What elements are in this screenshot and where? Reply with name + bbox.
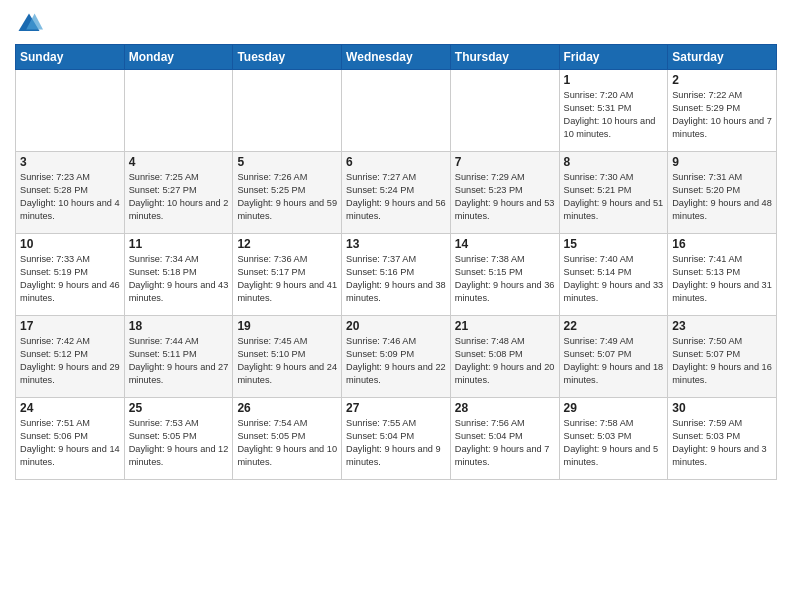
- calendar-table: SundayMondayTuesdayWednesdayThursdayFrid…: [15, 44, 777, 480]
- day-info: Sunrise: 7:23 AM Sunset: 5:28 PM Dayligh…: [20, 171, 120, 223]
- day-info: Sunrise: 7:46 AM Sunset: 5:09 PM Dayligh…: [346, 335, 446, 387]
- day-number: 16: [672, 237, 772, 251]
- day-number: 8: [564, 155, 664, 169]
- day-info: Sunrise: 7:38 AM Sunset: 5:15 PM Dayligh…: [455, 253, 555, 305]
- day-cell: [124, 70, 233, 152]
- day-number: 10: [20, 237, 120, 251]
- day-info: Sunrise: 7:50 AM Sunset: 5:07 PM Dayligh…: [672, 335, 772, 387]
- day-number: 25: [129, 401, 229, 415]
- day-info: Sunrise: 7:40 AM Sunset: 5:14 PM Dayligh…: [564, 253, 664, 305]
- day-number: 18: [129, 319, 229, 333]
- day-cell: [16, 70, 125, 152]
- day-cell: 6Sunrise: 7:27 AM Sunset: 5:24 PM Daylig…: [342, 152, 451, 234]
- day-info: Sunrise: 7:27 AM Sunset: 5:24 PM Dayligh…: [346, 171, 446, 223]
- weekday-header-friday: Friday: [559, 45, 668, 70]
- day-number: 1: [564, 73, 664, 87]
- day-number: 3: [20, 155, 120, 169]
- day-number: 2: [672, 73, 772, 87]
- logo: [15, 10, 47, 38]
- day-number: 22: [564, 319, 664, 333]
- day-cell: 24Sunrise: 7:51 AM Sunset: 5:06 PM Dayli…: [16, 398, 125, 480]
- day-cell: 28Sunrise: 7:56 AM Sunset: 5:04 PM Dayli…: [450, 398, 559, 480]
- day-info: Sunrise: 7:49 AM Sunset: 5:07 PM Dayligh…: [564, 335, 664, 387]
- day-number: 21: [455, 319, 555, 333]
- day-number: 24: [20, 401, 120, 415]
- day-cell: 22Sunrise: 7:49 AM Sunset: 5:07 PM Dayli…: [559, 316, 668, 398]
- day-cell: 10Sunrise: 7:33 AM Sunset: 5:19 PM Dayli…: [16, 234, 125, 316]
- day-info: Sunrise: 7:51 AM Sunset: 5:06 PM Dayligh…: [20, 417, 120, 469]
- day-info: Sunrise: 7:34 AM Sunset: 5:18 PM Dayligh…: [129, 253, 229, 305]
- day-info: Sunrise: 7:42 AM Sunset: 5:12 PM Dayligh…: [20, 335, 120, 387]
- day-cell: 17Sunrise: 7:42 AM Sunset: 5:12 PM Dayli…: [16, 316, 125, 398]
- day-info: Sunrise: 7:53 AM Sunset: 5:05 PM Dayligh…: [129, 417, 229, 469]
- day-number: 26: [237, 401, 337, 415]
- day-cell: 4Sunrise: 7:25 AM Sunset: 5:27 PM Daylig…: [124, 152, 233, 234]
- day-info: Sunrise: 7:44 AM Sunset: 5:11 PM Dayligh…: [129, 335, 229, 387]
- day-info: Sunrise: 7:30 AM Sunset: 5:21 PM Dayligh…: [564, 171, 664, 223]
- day-cell: 21Sunrise: 7:48 AM Sunset: 5:08 PM Dayli…: [450, 316, 559, 398]
- day-info: Sunrise: 7:36 AM Sunset: 5:17 PM Dayligh…: [237, 253, 337, 305]
- day-cell: 19Sunrise: 7:45 AM Sunset: 5:10 PM Dayli…: [233, 316, 342, 398]
- weekday-header-sunday: Sunday: [16, 45, 125, 70]
- day-number: 7: [455, 155, 555, 169]
- calendar-container: SundayMondayTuesdayWednesdayThursdayFrid…: [0, 0, 792, 490]
- day-cell: [233, 70, 342, 152]
- day-info: Sunrise: 7:55 AM Sunset: 5:04 PM Dayligh…: [346, 417, 446, 469]
- day-number: 12: [237, 237, 337, 251]
- weekday-header-saturday: Saturday: [668, 45, 777, 70]
- weekday-header-tuesday: Tuesday: [233, 45, 342, 70]
- day-info: Sunrise: 7:33 AM Sunset: 5:19 PM Dayligh…: [20, 253, 120, 305]
- day-number: 6: [346, 155, 446, 169]
- weekday-header-row: SundayMondayTuesdayWednesdayThursdayFrid…: [16, 45, 777, 70]
- day-info: Sunrise: 7:20 AM Sunset: 5:31 PM Dayligh…: [564, 89, 664, 141]
- day-info: Sunrise: 7:41 AM Sunset: 5:13 PM Dayligh…: [672, 253, 772, 305]
- day-number: 17: [20, 319, 120, 333]
- day-number: 13: [346, 237, 446, 251]
- weekday-header-wednesday: Wednesday: [342, 45, 451, 70]
- day-info: Sunrise: 7:29 AM Sunset: 5:23 PM Dayligh…: [455, 171, 555, 223]
- day-cell: [450, 70, 559, 152]
- week-row-4: 17Sunrise: 7:42 AM Sunset: 5:12 PM Dayli…: [16, 316, 777, 398]
- day-number: 28: [455, 401, 555, 415]
- day-cell: 3Sunrise: 7:23 AM Sunset: 5:28 PM Daylig…: [16, 152, 125, 234]
- day-cell: 25Sunrise: 7:53 AM Sunset: 5:05 PM Dayli…: [124, 398, 233, 480]
- day-info: Sunrise: 7:45 AM Sunset: 5:10 PM Dayligh…: [237, 335, 337, 387]
- day-info: Sunrise: 7:54 AM Sunset: 5:05 PM Dayligh…: [237, 417, 337, 469]
- day-number: 30: [672, 401, 772, 415]
- day-info: Sunrise: 7:58 AM Sunset: 5:03 PM Dayligh…: [564, 417, 664, 469]
- day-info: Sunrise: 7:25 AM Sunset: 5:27 PM Dayligh…: [129, 171, 229, 223]
- weekday-header-monday: Monday: [124, 45, 233, 70]
- day-info: Sunrise: 7:56 AM Sunset: 5:04 PM Dayligh…: [455, 417, 555, 469]
- day-number: 15: [564, 237, 664, 251]
- day-number: 20: [346, 319, 446, 333]
- day-cell: 2Sunrise: 7:22 AM Sunset: 5:29 PM Daylig…: [668, 70, 777, 152]
- day-cell: 26Sunrise: 7:54 AM Sunset: 5:05 PM Dayli…: [233, 398, 342, 480]
- day-info: Sunrise: 7:59 AM Sunset: 5:03 PM Dayligh…: [672, 417, 772, 469]
- day-number: 23: [672, 319, 772, 333]
- day-cell: 11Sunrise: 7:34 AM Sunset: 5:18 PM Dayli…: [124, 234, 233, 316]
- day-number: 19: [237, 319, 337, 333]
- day-cell: 18Sunrise: 7:44 AM Sunset: 5:11 PM Dayli…: [124, 316, 233, 398]
- week-row-3: 10Sunrise: 7:33 AM Sunset: 5:19 PM Dayli…: [16, 234, 777, 316]
- day-cell: 13Sunrise: 7:37 AM Sunset: 5:16 PM Dayli…: [342, 234, 451, 316]
- day-number: 14: [455, 237, 555, 251]
- week-row-2: 3Sunrise: 7:23 AM Sunset: 5:28 PM Daylig…: [16, 152, 777, 234]
- weekday-header-thursday: Thursday: [450, 45, 559, 70]
- day-number: 9: [672, 155, 772, 169]
- day-cell: 15Sunrise: 7:40 AM Sunset: 5:14 PM Dayli…: [559, 234, 668, 316]
- day-cell: 23Sunrise: 7:50 AM Sunset: 5:07 PM Dayli…: [668, 316, 777, 398]
- week-row-1: 1Sunrise: 7:20 AM Sunset: 5:31 PM Daylig…: [16, 70, 777, 152]
- logo-icon: [15, 10, 43, 38]
- header: [15, 10, 777, 38]
- day-number: 11: [129, 237, 229, 251]
- day-cell: 12Sunrise: 7:36 AM Sunset: 5:17 PM Dayli…: [233, 234, 342, 316]
- day-cell: 29Sunrise: 7:58 AM Sunset: 5:03 PM Dayli…: [559, 398, 668, 480]
- day-cell: 14Sunrise: 7:38 AM Sunset: 5:15 PM Dayli…: [450, 234, 559, 316]
- day-cell: 20Sunrise: 7:46 AM Sunset: 5:09 PM Dayli…: [342, 316, 451, 398]
- day-number: 4: [129, 155, 229, 169]
- week-row-5: 24Sunrise: 7:51 AM Sunset: 5:06 PM Dayli…: [16, 398, 777, 480]
- day-number: 29: [564, 401, 664, 415]
- day-number: 5: [237, 155, 337, 169]
- day-cell: [342, 70, 451, 152]
- day-cell: 1Sunrise: 7:20 AM Sunset: 5:31 PM Daylig…: [559, 70, 668, 152]
